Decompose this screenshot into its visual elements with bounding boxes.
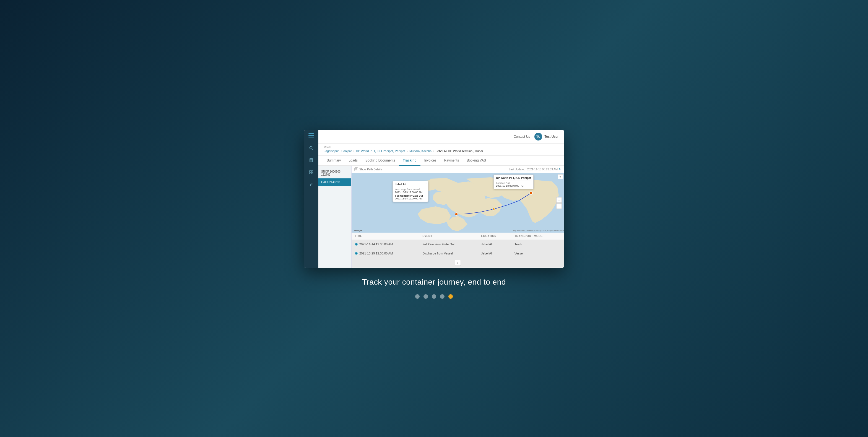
container-id[interactable]: GAOU2148298 (318, 178, 351, 186)
app-window: Contact Us TU Test User Route Jagdishpur… (304, 130, 564, 268)
tabs-bar: Summary Loads Booking Documents Tracking… (318, 156, 564, 166)
popup-close-jebel[interactable]: × (425, 182, 427, 185)
sidebar-item-grid[interactable] (307, 168, 315, 176)
expand-button[interactable]: › (455, 260, 461, 266)
svg-point-13 (455, 213, 458, 215)
svg-rect-8 (310, 173, 311, 174)
dot-3[interactable] (432, 294, 436, 299)
popup-jebel-event1-date: 2021-10-29 12:00:00 AM (395, 191, 426, 194)
tab-invoices[interactable]: Invoices (421, 156, 440, 166)
cell-transport-2: Vessel (511, 249, 564, 258)
user-name: Test User (545, 135, 558, 138)
timeline-cell-2: 2021-10-29 12:00:00 AM (355, 252, 416, 255)
panel-body: SROF-1000903-132762 GAOU2148298 Show Pat… (318, 166, 564, 268)
col-event: EVENT (419, 232, 478, 240)
breadcrumb-bar: Route Jagdishpur , Sonipat › DP World PF… (318, 144, 564, 156)
dot-2[interactable] (424, 294, 428, 299)
breadcrumb-sep-1: › (353, 150, 354, 153)
zoom-out-btn[interactable]: − (556, 203, 562, 209)
popup-title-jebel: Jebel Ali (395, 183, 426, 186)
tab-payments[interactable]: Payments (440, 156, 463, 166)
svg-point-14 (493, 208, 495, 210)
page-wrapper: Contact Us TU Test User Route Jagdishpur… (0, 0, 868, 437)
popup-dp-event1-label: Load on Rail (496, 182, 531, 185)
cell-event-1: Full Container Gate Out (419, 240, 478, 249)
col-time: TIME (351, 232, 419, 240)
dot-5-active[interactable] (448, 294, 453, 299)
sidebar-item-exchange[interactable] (307, 181, 315, 188)
table-row: 2021-10-29 12:00:00 AM Discharge from Ve… (351, 249, 564, 258)
dot-4[interactable] (440, 294, 444, 299)
popup-jebel-event2-label: Full Container Gate Out (395, 194, 426, 197)
popup-dp-world: DP World PFT, ICD Panipat Load on Rail 2… (493, 175, 534, 189)
sidebar-item-document[interactable] (307, 156, 315, 164)
sidebar-logo[interactable] (308, 133, 314, 137)
popup-jebel-ali: × Jebel Ali Discharge from Vessel 2021-1… (393, 181, 429, 202)
timeline-cell-1: 2021-11-14 12:00:00 AM (355, 243, 416, 246)
tracking-table: TIME EVENT LOCATION TRANSPORT MODE (351, 232, 564, 268)
table-expand-row: › (351, 258, 564, 268)
map-container: Google Map data ©2022 GeoBasis-DE/BKG (©… (351, 173, 564, 232)
time-value-1: 2021-11-14 12:00:00 AM (359, 243, 393, 246)
sidebar (304, 130, 318, 268)
tab-booking-vas[interactable]: Booking VAS (463, 156, 490, 166)
popup-dp-event1-date: 2021-10-18 03:48:00 PM (496, 185, 531, 187)
breadcrumb-item-3[interactable]: Mundra, Kacchh (409, 149, 432, 153)
zoom-in-btn[interactable]: + (556, 197, 562, 203)
cell-event-2: Discharge from Vessel (419, 249, 478, 258)
refresh-icon[interactable]: ↻ (559, 167, 561, 171)
container-list: SROF-1000903-132762 GAOU2148298 (318, 166, 351, 268)
cell-location-1: Jebel Ali (478, 240, 511, 249)
col-location: LOCATION (478, 232, 511, 240)
sidebar-item-search[interactable] (307, 144, 315, 152)
breadcrumb-sep-2: › (407, 150, 408, 153)
breadcrumb-item-4: Jebel Ali DP World Terminal, Dubai (436, 149, 483, 153)
timeline-dot-1 (355, 243, 358, 246)
time-value-2: 2021-10-29 12:00:00 AM (359, 252, 393, 255)
top-bar: Contact Us TU Test User (318, 130, 564, 144)
col-transport: TRANSPORT MODE (511, 232, 564, 240)
svg-rect-6 (310, 170, 311, 172)
contact-us-link[interactable]: Contact Us (514, 135, 530, 138)
pagination-dots (362, 294, 506, 299)
cell-transport-1: Truck (511, 240, 564, 249)
tagline-section: Track your container journey, end to end (362, 278, 506, 299)
main-content: Contact Us TU Test User Route Jagdishpur… (318, 130, 564, 268)
table-row: 2021-11-14 12:00:00 AM Full Container Ga… (351, 240, 564, 249)
fullscreen-btn[interactable]: ⤡ (558, 174, 563, 179)
svg-rect-9 (311, 173, 313, 174)
avatar: TU (534, 133, 542, 141)
svg-text:Google: Google (354, 229, 362, 232)
container-reference[interactable]: SROF-1000903-132762 (318, 168, 351, 178)
popup-jebel-event1-label: Discharge from Vessel (395, 188, 426, 191)
map-area: Show Path Details Last Updated: 2021-11-… (351, 166, 564, 268)
map-zoom-controls: + − (556, 197, 562, 209)
cell-time-1: 2021-11-14 12:00:00 AM (351, 240, 419, 249)
tracking-table-wrapper: TIME EVENT LOCATION TRANSPORT MODE (351, 232, 564, 268)
cell-location-2: Jebel Ali (478, 249, 511, 258)
breadcrumb-label: Route (324, 146, 558, 149)
breadcrumb-sep-3: › (433, 150, 434, 153)
last-updated-label: Last Updated: (509, 168, 526, 171)
cell-time-2: 2021-10-29 12:00:00 AM (351, 249, 419, 258)
user-badge: TU Test User (534, 133, 558, 141)
svg-line-1 (312, 149, 313, 150)
popup-jebel-event2-date: 2021-11-14 12:00:00 AM (395, 197, 426, 200)
popup-title-dp: DP World PFT, ICD Panipat (496, 177, 531, 180)
tab-tracking[interactable]: Tracking (399, 156, 420, 166)
tab-booking-documents[interactable]: Booking Documents (362, 156, 399, 166)
breadcrumb-item-1[interactable]: Jagdishpur , Sonipat (324, 149, 351, 153)
tab-loads[interactable]: Loads (345, 156, 362, 166)
breadcrumb-item-2[interactable]: DP World PFT, ICD Panipat, Panipat (356, 149, 405, 153)
breadcrumb: Jagdishpur , Sonipat › DP World PFT, ICD… (324, 149, 558, 153)
svg-text:Map data ©2022 GeoBasis-DE/BKG: Map data ©2022 GeoBasis-DE/BKG (©2009), … (513, 230, 564, 231)
svg-rect-7 (311, 170, 313, 172)
show-path-label: Show Path Details (359, 168, 382, 171)
last-updated-value: 2021-11-15 08:23:53 AM (527, 168, 558, 171)
show-path-btn[interactable]: Show Path Details (354, 167, 382, 171)
tab-summary[interactable]: Summary (323, 156, 345, 166)
timeline-dot-2 (355, 252, 358, 255)
svg-point-12 (530, 192, 532, 194)
map-header: Show Path Details Last Updated: 2021-11-… (351, 166, 564, 173)
dot-1[interactable] (415, 294, 420, 299)
